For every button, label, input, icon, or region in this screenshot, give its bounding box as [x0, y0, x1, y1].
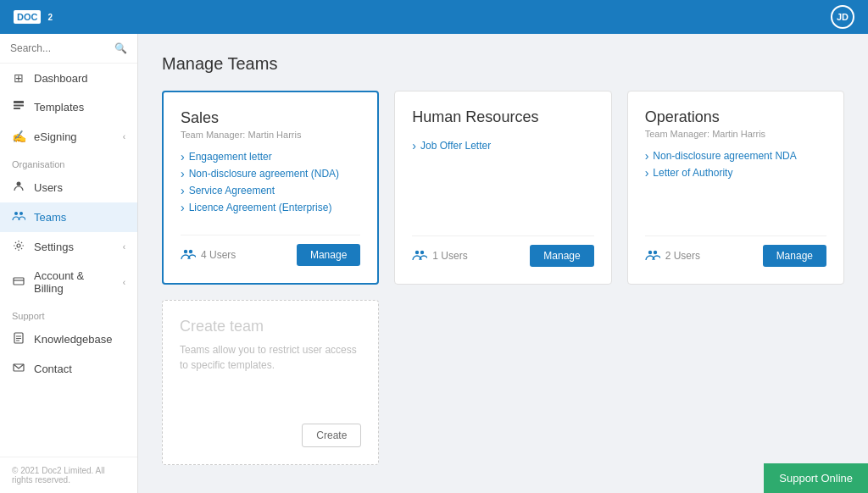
svg-point-4: [14, 212, 18, 215]
sidebar-item-label: Contact: [34, 363, 72, 375]
team-links: Non-disclosure agreement NDA Letter of A…: [645, 149, 826, 219]
svg-point-15: [189, 249, 192, 252]
users-count-label: 4 Users: [201, 249, 236, 261]
sidebar-item-teams[interactable]: Teams: [0, 202, 137, 232]
main-content: Manage Teams Sales Team Manager: Martin …: [138, 34, 868, 493]
chevron-icon: ‹: [123, 278, 125, 287]
users-count: 2 Users: [645, 249, 700, 263]
create-card-description: Teams allow you to restrict user access …: [180, 342, 361, 373]
svg-point-19: [653, 250, 656, 253]
chevron-icon: ‹: [123, 242, 125, 252]
contact-icon: [12, 362, 25, 376]
team-card-footer: 4 Users Manage: [181, 235, 360, 266]
users-count: 4 Users: [181, 248, 236, 263]
team-link-item[interactable]: Job Offer Letter: [412, 139, 593, 152]
billing-icon: [12, 275, 25, 290]
svg-point-5: [19, 212, 23, 215]
templates-icon: [12, 100, 25, 114]
create-button[interactable]: Create: [302, 424, 361, 447]
team-link-item[interactable]: Service Agreement: [181, 184, 360, 197]
team-card-footer: 1 Users Manage: [412, 235, 593, 267]
team-card-hr: Human Resources Job Offer Letter 1 Users…: [394, 91, 611, 285]
sidebar-item-label: Templates: [34, 101, 84, 114]
team-link-item[interactable]: Engagement letter: [181, 150, 360, 163]
sidebar-item-templates[interactable]: Templates: [0, 92, 137, 122]
dashboard-icon: ⊞: [12, 71, 25, 85]
svg-point-14: [184, 249, 187, 252]
sidebar-item-users[interactable]: Users: [0, 173, 137, 202]
sidebar-item-label: Users: [34, 181, 63, 194]
create-card-title: Create team: [180, 318, 361, 335]
svg-point-18: [648, 250, 651, 253]
create-card-footer: Create: [180, 424, 361, 447]
search-input[interactable]: [10, 42, 111, 54]
users-group-icon: [181, 248, 196, 263]
users-count-label: 1 Users: [432, 250, 467, 262]
section-support: Support: [0, 302, 137, 324]
search-icon: 🔍: [114, 42, 127, 54]
sidebar-item-label: Teams: [34, 211, 66, 224]
sidebar-item-label: Knowledgebase: [34, 333, 113, 346]
sidebar-item-label: Account & Billing: [34, 269, 114, 295]
team-name: Human Resources: [412, 108, 593, 126]
top-nav: DOC 2 JD: [0, 0, 868, 34]
svg-rect-2: [14, 108, 20, 109]
svg-point-6: [17, 244, 20, 247]
sidebar-item-dashboard[interactable]: ⊞ Dashboard: [0, 64, 137, 92]
team-link-item[interactable]: Letter of Authority: [645, 166, 826, 180]
support-online-button[interactable]: Support Online: [764, 463, 868, 493]
user-avatar[interactable]: JD: [831, 5, 854, 29]
esigning-icon: ✍: [12, 130, 25, 143]
users-count: 1 Users: [412, 249, 467, 263]
logo-box: DOC: [14, 10, 41, 24]
sidebar-item-esigning[interactable]: ✍ eSigning ‹: [0, 122, 137, 151]
svg-point-17: [420, 250, 424, 253]
users-count-label: 2 Users: [665, 250, 700, 262]
sidebar-item-account-billing[interactable]: Account & Billing ‹: [0, 262, 137, 302]
team-links: Job Offer Letter: [412, 139, 593, 219]
team-card-operations: Operations Team Manager: Martin Harris N…: [627, 91, 844, 285]
team-card-create: Create team Teams allow you to restrict …: [162, 300, 379, 465]
svg-point-16: [415, 250, 419, 253]
sidebar-footer: © 2021 Doc2 Limited. All rights reserved…: [0, 457, 137, 493]
svg-rect-1: [14, 105, 24, 107]
team-name: Operations: [645, 108, 826, 126]
team-manager: Team Manager: Martin Harris: [181, 130, 360, 140]
settings-icon: [12, 240, 25, 254]
team-manager: Team Manager: Martin Harris: [645, 129, 826, 139]
manage-button-hr[interactable]: Manage: [530, 245, 593, 267]
users-icon: [12, 180, 25, 195]
users-group-icon: [412, 249, 427, 263]
logo: DOC 2: [14, 10, 53, 24]
team-links: Engagement letter Non-disclosure agreeme…: [181, 150, 360, 218]
section-organisation: Organisation: [0, 151, 137, 173]
svg-point-3: [17, 182, 21, 186]
manage-button-operations[interactable]: Manage: [763, 245, 826, 267]
sidebar-item-label: Dashboard: [34, 72, 88, 85]
chevron-icon: ‹: [123, 132, 125, 141]
sidebar-item-settings[interactable]: Settings ‹: [0, 232, 137, 262]
knowledgebase-icon: [12, 332, 25, 346]
logo-sup: 2: [47, 13, 53, 22]
layout: 🔍 ⊞ Dashboard Templates ✍ eSigning ‹ Org…: [0, 34, 868, 493]
team-link-item[interactable]: Non-disclosure agreement NDA: [645, 149, 826, 163]
sidebar-item-label: eSigning: [34, 130, 77, 143]
sidebar-item-knowledgebase[interactable]: Knowledgebase: [0, 324, 137, 354]
team-card-footer: 2 Users Manage: [645, 235, 826, 267]
svg-rect-7: [14, 278, 24, 285]
sidebar-item-contact[interactable]: Contact: [0, 354, 137, 384]
team-link-item[interactable]: Non-disclosure agreement (NDA): [181, 167, 360, 180]
teams-icon: [12, 210, 25, 224]
search-container: 🔍: [0, 34, 137, 64]
team-card-sales: Sales Team Manager: Martin Harris Engage…: [162, 91, 379, 285]
team-name: Sales: [181, 109, 360, 127]
svg-rect-0: [14, 101, 24, 103]
manage-button-sales[interactable]: Manage: [297, 244, 360, 266]
teams-grid: Sales Team Manager: Martin Harris Engage…: [162, 91, 844, 465]
users-group-icon: [645, 249, 660, 263]
page-title: Manage Teams: [162, 54, 844, 74]
team-link-item[interactable]: Licence Agreement (Enterprise): [181, 201, 360, 214]
sidebar-item-label: Settings: [34, 241, 74, 253]
sidebar: 🔍 ⊞ Dashboard Templates ✍ eSigning ‹ Org…: [0, 34, 138, 493]
